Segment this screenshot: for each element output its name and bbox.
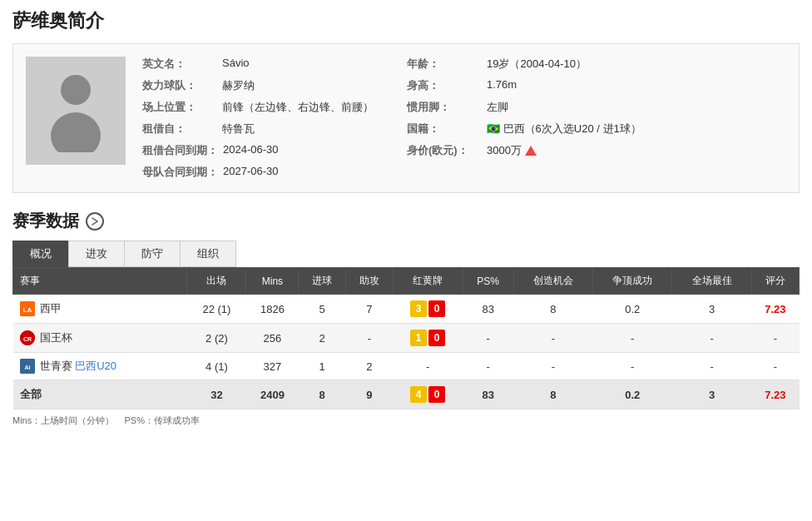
- footnote-mins: Mins：上场时间（分钟）: [12, 415, 114, 425]
- td-mins-copa: 256: [246, 324, 299, 353]
- profile-field-engname: 英文名： Sávio: [142, 57, 374, 72]
- svg-point-1: [51, 112, 101, 152]
- td-cards-u20: -: [393, 353, 463, 380]
- td-cards-laliga: 3 0: [393, 295, 463, 324]
- td-mins-laliga: 1826: [246, 295, 299, 324]
- th-assists: 助攻: [346, 268, 394, 295]
- profile-field-marketvalue: 身价(欧元)： 3000万: [407, 143, 641, 158]
- td-apps-u20: 4 (1): [187, 353, 246, 380]
- cards-total: 4 0: [410, 386, 445, 403]
- comp-name-laliga: 西甲: [40, 301, 62, 316]
- value-loan-end: 2024-06-30: [223, 143, 279, 156]
- label-foot: 惯用脚：: [407, 100, 482, 115]
- profile-field-age: 年龄： 19岁（2004-04-10）: [407, 57, 641, 72]
- value-contract-end: 2027-06-30: [223, 165, 279, 177]
- label-loan-end: 租借合同到期：: [142, 143, 218, 158]
- stats-arrow-button[interactable]: [86, 212, 104, 231]
- td-mins-u20: 327: [246, 353, 299, 380]
- td-chances-laliga: 8: [513, 295, 592, 324]
- comp-name-u20: 世青赛 巴西U20: [40, 359, 116, 374]
- profile-info: 英文名： Sávio 效力球队： 赫罗纳 场上位置： 前锋（左边锋、右边锋、前腰…: [142, 57, 786, 180]
- yellow-card-copa: 1: [410, 330, 427, 346]
- th-goals: 进球: [299, 268, 346, 295]
- profile-field-height: 身高： 1.76m: [407, 78, 641, 93]
- avatar: [26, 57, 126, 165]
- table-row: Ai 世青赛 巴西U20 4 (1) 327 1 2 - - - - -: [13, 353, 800, 380]
- value-team: 赫罗纳: [222, 78, 255, 93]
- th-mins: Mins: [246, 268, 299, 295]
- td-apps-total: 32: [187, 380, 246, 409]
- profile-field-position: 场上位置： 前锋（左边锋、右边锋、前腰）: [142, 100, 374, 115]
- td-rating-u20: -: [751, 353, 799, 380]
- label-engname: 英文名：: [142, 57, 217, 72]
- th-ps: PS%: [463, 268, 513, 295]
- td-mins-total: 2409: [246, 380, 299, 409]
- td-motm-total: 3: [672, 380, 751, 409]
- laliga-icon: LA: [20, 301, 35, 316]
- table-row-total: 全部 32 2409 8 9 4 0 83 8 0.2 3 7.23: [13, 380, 800, 409]
- label-nationality: 国籍：: [407, 122, 482, 136]
- th-comp: 赛事: [13, 268, 187, 295]
- tab-attack[interactable]: 进攻: [68, 241, 125, 267]
- stats-title: 赛季数据: [12, 210, 79, 232]
- td-goals-u20: 1: [299, 353, 346, 380]
- red-card-copa: 0: [428, 330, 445, 346]
- profile-left-col: 英文名： Sávio 效力球队： 赫罗纳 场上位置： 前锋（左边锋、右边锋、前腰…: [142, 57, 374, 180]
- td-aerial-total: 0.2: [593, 380, 672, 409]
- td-apps-copa: 2 (2): [187, 324, 246, 353]
- profile-field-nationality: 国籍： 🇧🇷 巴西（6次入选U20 / 进1球）: [407, 122, 641, 136]
- value-age: 19岁（2004-04-10）: [487, 57, 587, 72]
- td-assists-u20: 2: [346, 353, 394, 380]
- profile-section: 英文名： Sávio 效力球队： 赫罗纳 场上位置： 前锋（左边锋、右边锋、前腰…: [12, 43, 800, 193]
- tab-overview[interactable]: 概况: [12, 241, 69, 267]
- label-age: 年龄：: [407, 57, 482, 72]
- td-rating-copa: -: [751, 324, 799, 353]
- td-assists-total: 9: [346, 380, 394, 409]
- copa-icon: CR: [20, 330, 35, 345]
- th-aerial: 争顶成功: [593, 268, 672, 295]
- value-foot: 左脚: [487, 100, 508, 115]
- footnote-ps: PS%：传球成功率: [124, 415, 199, 425]
- value-position: 前锋（左边锋、右边锋、前腰）: [222, 100, 374, 115]
- market-value-up-icon: [525, 146, 537, 156]
- stats-tabs: 概况 进攻 防守 组织: [12, 241, 800, 267]
- value-height: 1.76m: [487, 78, 517, 91]
- profile-field-team: 效力球队： 赫罗纳: [142, 78, 374, 93]
- footnote: Mins：上场时间（分钟） PS%：传球成功率: [12, 414, 800, 427]
- td-rating-laliga: 7.23: [751, 295, 799, 324]
- td-rating-total: 7.23: [751, 380, 799, 409]
- td-motm-u20: -: [672, 353, 751, 380]
- td-comp-u20: Ai 世青赛 巴西U20: [13, 353, 187, 380]
- label-contract-end: 母队合同到期：: [142, 165, 218, 180]
- td-motm-copa: -: [672, 324, 751, 353]
- value-marketvalue: 3000万: [487, 143, 537, 158]
- label-loan-from: 租借自：: [142, 122, 217, 136]
- td-aerial-u20: -: [593, 353, 672, 380]
- profile-field-loan-from: 租借自： 特鲁瓦: [142, 122, 374, 136]
- u20-icon: Ai: [20, 359, 35, 374]
- stats-section: 赛季数据 概况 进攻 防守 组织 赛事 出场 Mins 进球 助攻: [12, 210, 800, 427]
- comp-name-copa: 国王杯: [40, 330, 72, 345]
- td-comp-laliga: LA 西甲: [13, 295, 187, 324]
- table-row: CR 国王杯 2 (2) 256 2 - 1 0: [13, 324, 800, 353]
- td-motm-laliga: 3: [672, 295, 751, 324]
- red-card-total: 0: [428, 386, 445, 403]
- td-assists-copa: -: [346, 324, 394, 353]
- red-card-laliga: 0: [428, 300, 445, 317]
- td-chances-u20: -: [513, 353, 592, 380]
- th-cards: 红黄牌: [393, 268, 463, 295]
- td-apps-laliga: 22 (1): [187, 295, 246, 324]
- comp-sub-u20[interactable]: 巴西U20: [75, 360, 116, 372]
- th-chances: 创造机会: [513, 268, 592, 295]
- tab-organization[interactable]: 组织: [180, 241, 236, 267]
- td-comp-copa: CR 国王杯: [13, 324, 187, 353]
- tab-defense[interactable]: 防守: [124, 241, 181, 267]
- td-chances-total: 8: [513, 380, 592, 409]
- stats-title-row: 赛季数据: [12, 210, 800, 232]
- svg-text:Ai: Ai: [24, 365, 30, 370]
- td-goals-copa: 2: [299, 324, 346, 353]
- th-motm: 全场最佳: [672, 268, 751, 295]
- yellow-card-laliga: 3: [410, 300, 427, 317]
- svg-point-0: [61, 75, 91, 105]
- td-ps-u20: -: [463, 353, 513, 380]
